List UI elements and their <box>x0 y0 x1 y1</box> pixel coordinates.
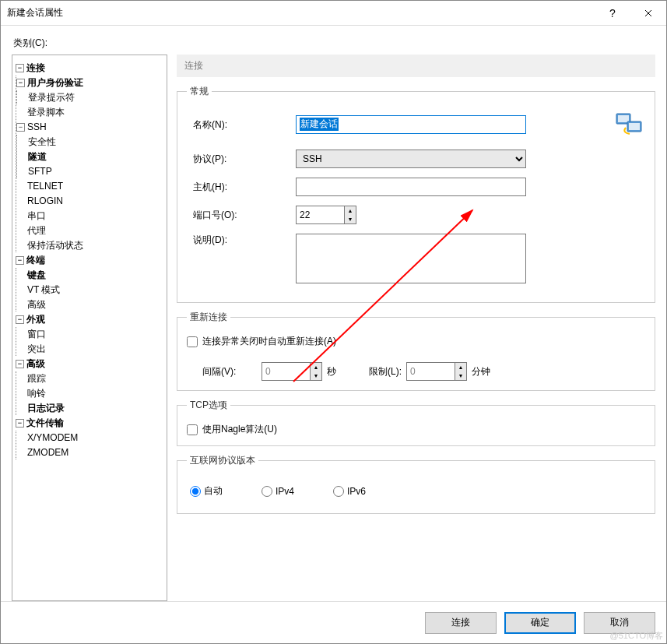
tree-vt[interactable]: VT 模式 <box>16 283 163 297</box>
chevron-down-icon[interactable]: ▼ <box>455 371 466 380</box>
svg-rect-3 <box>629 123 640 130</box>
ip-v6-radio[interactable]: IPv6 <box>333 486 366 497</box>
name-input[interactable]: 新建会话 <box>296 115 526 134</box>
chevron-up-icon[interactable]: ▲ <box>311 363 321 371</box>
interval-input[interactable] <box>262 362 310 381</box>
interval-unit: 秒 <box>327 365 336 378</box>
tree-advanced[interactable]: −高级 <box>16 357 163 371</box>
dialog-window: 新建会话属性 ? 类别(C): −连接 −用户身份验证 登录提示符 <box>0 0 667 644</box>
tree-window[interactable]: 窗口 <box>16 327 163 341</box>
tcp-legend: TCP选项 <box>187 399 230 412</box>
ip-auto-radio[interactable]: 自动 <box>190 484 223 498</box>
tree-rlogin[interactable]: RLOGIN <box>16 194 163 208</box>
connect-button[interactable]: 连接 <box>425 612 497 634</box>
help-button[interactable]: ? <box>595 1 630 26</box>
window-title: 新建会话属性 <box>7 6 595 19</box>
chevron-up-icon[interactable]: ▲ <box>455 363 466 371</box>
tree-logging[interactable]: 日志记录 <box>16 401 163 415</box>
tree-login-prompt[interactable]: 登录提示符 <box>17 90 163 104</box>
tree-connection[interactable]: −连接 <box>16 61 163 75</box>
limit-unit: 分钟 <box>472 365 490 378</box>
tree-proxy[interactable]: 代理 <box>16 223 163 238</box>
interval-spinner[interactable]: ▲▼ <box>262 362 322 381</box>
desc-label: 说明(D): <box>187 234 296 247</box>
svg-rect-1 <box>618 115 629 122</box>
tree-serial[interactable]: 串口 <box>16 209 163 223</box>
tree-zmodem[interactable]: ZMODEM <box>16 445 163 459</box>
host-input[interactable] <box>296 178 526 196</box>
ip-v4-radio[interactable]: IPv4 <box>262 486 294 497</box>
name-label: 名称(N): <box>187 118 296 132</box>
dialog-body: 类别(C): −连接 −用户身份验证 登录提示符 <box>1 26 666 601</box>
watermark: @51CTO博客 <box>610 630 663 642</box>
chevron-down-icon[interactable]: ▼ <box>311 371 321 380</box>
auto-reconnect-checkbox[interactable]: 连接异常关闭时自动重新连接(A) <box>187 335 645 348</box>
host-label: 主机(H): <box>187 181 296 194</box>
tcp-group: TCP选项 使用Nagle算法(U) <box>177 399 655 446</box>
ipversion-legend: 互联网协议版本 <box>187 454 258 467</box>
limit-label: 限制(L): <box>369 365 402 378</box>
desc-textarea[interactable] <box>296 234 526 283</box>
tree-sftp[interactable]: SFTP <box>17 164 163 178</box>
category-label: 类别(C): <box>13 37 655 50</box>
ipversion-group: 互联网协议版本 自动 IPv4 IPv6 <box>177 454 655 514</box>
tree-xymodem[interactable]: X/YMODEM <box>16 431 163 445</box>
connection-icon <box>614 109 645 140</box>
chevron-up-icon[interactable]: ▲ <box>345 206 356 215</box>
protocol-select[interactable]: SSH <box>296 150 526 168</box>
tree-ssh[interactable]: −SSH <box>16 120 163 134</box>
close-icon <box>644 9 652 17</box>
category-tree[interactable]: −连接 −用户身份验证 登录提示符 登录脚本 −SSH <box>12 55 167 601</box>
tree-bell[interactable]: 响铃 <box>16 386 163 400</box>
main-area: −连接 −用户身份验证 登录提示符 登录脚本 −SSH <box>12 55 655 601</box>
tree-trace[interactable]: 跟踪 <box>16 371 163 385</box>
tree-highlight[interactable]: 突出 <box>16 342 163 356</box>
limit-spinner[interactable]: ▲▼ <box>406 362 467 381</box>
titlebar: 新建会话属性 ? <box>1 1 666 26</box>
tree-advanced-term[interactable]: 高级 <box>16 297 163 311</box>
interval-label: 间隔(V): <box>202 365 257 378</box>
tree-filetransfer[interactable]: −文件传输 <box>16 416 163 430</box>
limit-input[interactable] <box>406 362 455 381</box>
tree-terminal[interactable]: −终端 <box>16 253 163 267</box>
tree-login-script[interactable]: 登录脚本 <box>16 105 163 119</box>
close-button[interactable] <box>630 1 666 26</box>
dialog-footer: 连接 确定 取消 <box>1 601 666 643</box>
general-group: 常规 名称(N): 新建会话 <box>177 85 655 303</box>
tree-security[interactable]: 安全性 <box>17 135 163 149</box>
port-spinner[interactable]: ▲▼ <box>296 206 356 224</box>
general-legend: 常规 <box>187 85 212 98</box>
chevron-down-icon[interactable]: ▼ <box>345 215 356 223</box>
tree-tunnel[interactable]: 隧道 <box>17 150 163 164</box>
tree-auth[interactable]: −用户身份验证 <box>16 76 163 90</box>
nagle-checkbox[interactable]: 使用Nagle算法(U) <box>187 423 645 436</box>
tree-appearance[interactable]: −外观 <box>16 312 163 326</box>
protocol-label: 协议(P): <box>187 153 296 166</box>
settings-panel: 连接 常规 名称(N): 新建会话 <box>177 55 655 601</box>
reconnect-group: 重新连接 连接异常关闭时自动重新连接(A) 间隔(V): ▲▼ 秒 限制(L <box>177 311 655 391</box>
tree-keepalive[interactable]: 保持活动状态 <box>16 238 163 252</box>
tree-keyboard[interactable]: 键盘 <box>16 268 163 282</box>
port-label: 端口号(O): <box>187 209 296 222</box>
tree-telnet[interactable]: TELNET <box>16 179 163 193</box>
reconnect-legend: 重新连接 <box>187 311 230 324</box>
page-heading: 连接 <box>177 55 655 77</box>
ok-button[interactable]: 确定 <box>504 612 576 634</box>
port-input[interactable] <box>296 206 344 224</box>
